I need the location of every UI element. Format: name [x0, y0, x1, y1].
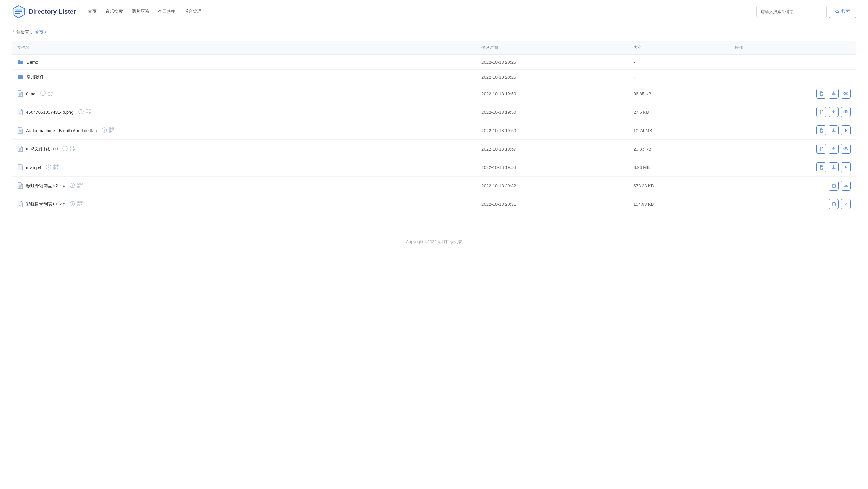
file-icon: [17, 109, 23, 115]
qr-icon[interactable]: [78, 183, 83, 189]
svg-rect-86: [54, 165, 55, 166]
svg-rect-37: [90, 112, 91, 113]
svg-rect-88: [54, 168, 55, 169]
preview-button[interactable]: [841, 107, 851, 117]
svg-rect-73: [73, 150, 74, 151]
play-button[interactable]: [841, 162, 851, 172]
info-icon[interactable]: [40, 91, 45, 97]
qr-icon[interactable]: [109, 127, 115, 134]
file-name[interactable]: 45047061007431-lp.png: [26, 110, 73, 115]
col-header-filename: 文件名: [12, 41, 476, 55]
svg-line-5: [838, 12, 839, 13]
qr-icon[interactable]: [48, 91, 53, 97]
svg-point-23: [845, 93, 846, 94]
file-name[interactable]: 彩虹目录列表1.0.zip: [26, 201, 65, 207]
action-cell: [730, 103, 856, 121]
copy-button[interactable]: [816, 162, 826, 172]
filename-cell: 常用软件: [12, 69, 476, 84]
download-button[interactable]: [829, 144, 838, 154]
action-cell: [730, 176, 856, 195]
info-icon[interactable]: [78, 109, 84, 115]
play-button[interactable]: [841, 125, 851, 135]
svg-rect-57: [820, 130, 823, 133]
qr-icon[interactable]: [70, 146, 75, 152]
svg-rect-120: [81, 202, 82, 203]
file-icon: [17, 127, 23, 134]
table-row: Demo2022-10-18 20:25-: [12, 55, 856, 69]
download-button[interactable]: [829, 162, 838, 172]
file-icon: [17, 164, 23, 170]
copy-button[interactable]: [816, 125, 826, 135]
info-icon[interactable]: [102, 127, 107, 134]
svg-rect-91: [57, 168, 58, 169]
download-button[interactable]: [829, 89, 838, 98]
svg-point-41: [845, 111, 846, 113]
file-name[interactable]: Audio machine - Breath And Life.flac: [26, 128, 97, 133]
svg-rect-55: [113, 131, 114, 131]
nav-music[interactable]: 音乐搜索: [105, 8, 123, 16]
svg-rect-105: [78, 186, 79, 187]
download-button[interactable]: [829, 125, 838, 135]
info-icon[interactable]: [70, 201, 75, 207]
svg-rect-18: [51, 94, 52, 94]
filename-cell: 彩虹目录列表1.0.zip: [12, 195, 476, 213]
svg-rect-124: [81, 205, 82, 206]
nav-admin[interactable]: 后台管理: [184, 8, 202, 16]
modified-cell: 2022-10-18 20:25: [476, 55, 628, 69]
copy-button[interactable]: [816, 107, 826, 117]
file-name[interactable]: mp3文件解析.txt: [26, 146, 58, 152]
svg-point-76: [845, 148, 846, 149]
svg-point-11: [43, 92, 43, 92]
svg-rect-104: [81, 183, 82, 184]
preview-button[interactable]: [841, 144, 851, 154]
modified-cell: 2022-10-18 20:32: [476, 176, 628, 195]
info-icon[interactable]: [46, 164, 51, 170]
info-icon[interactable]: [62, 146, 68, 152]
table-row: mv.mp42022-10-18 19:543.93 MB: [12, 158, 856, 176]
table-row: 彩虹目录列表1.0.zip2022-10-18 20:31154.98 KB: [12, 195, 856, 213]
file-name[interactable]: 常用软件: [27, 74, 44, 80]
folder-icon: [17, 74, 24, 80]
logo-area: Directory Lister: [12, 5, 76, 19]
nav-hot[interactable]: 今日热榜: [158, 8, 176, 16]
copy-button[interactable]: [816, 89, 826, 98]
filename-cell: Demo: [12, 55, 476, 69]
size-cell: 27.6 KB: [628, 103, 730, 121]
svg-rect-16: [52, 91, 52, 92]
copy-button[interactable]: [816, 144, 826, 154]
svg-rect-54: [113, 131, 113, 131]
table-row: Audio machine - Breath And Life.flac2022…: [12, 121, 856, 140]
search-button[interactable]: 搜索: [829, 5, 856, 18]
qr-icon[interactable]: [78, 201, 83, 207]
svg-rect-34: [90, 110, 90, 111]
search-input[interactable]: [756, 5, 827, 18]
qr-icon[interactable]: [54, 164, 59, 170]
svg-rect-71: [73, 149, 74, 150]
logo-text: Directory Lister: [29, 8, 76, 16]
svg-point-22: [844, 92, 848, 95]
file-icon: [17, 182, 23, 189]
file-name[interactable]: 彩虹外链网盘5.2.zip: [26, 183, 65, 189]
file-name[interactable]: Demo: [27, 60, 38, 65]
nav-image[interactable]: 图片压缩: [132, 8, 149, 16]
breadcrumb-home[interactable]: 首页: [35, 30, 43, 35]
nav-home[interactable]: 首页: [88, 8, 97, 16]
download-button[interactable]: [841, 199, 851, 209]
modified-cell: 2022-10-18 20:25: [476, 69, 628, 84]
svg-rect-39: [820, 111, 823, 114]
file-name[interactable]: 0.jpg: [26, 91, 36, 96]
download-button[interactable]: [841, 181, 851, 191]
copy-button[interactable]: [829, 181, 838, 191]
size-cell: 154.98 KB: [628, 195, 730, 213]
svg-marker-93: [845, 166, 847, 169]
preview-button[interactable]: [841, 89, 851, 98]
svg-rect-68: [71, 147, 71, 147]
copy-button[interactable]: [829, 199, 838, 209]
svg-rect-52: [113, 128, 114, 129]
info-icon[interactable]: [70, 183, 75, 189]
qr-icon[interactable]: [86, 109, 91, 115]
download-button[interactable]: [829, 107, 838, 117]
size-cell: 36.85 KB: [628, 84, 730, 103]
col-header-size: 大小: [628, 41, 730, 55]
file-name[interactable]: mv.mp4: [26, 165, 41, 170]
